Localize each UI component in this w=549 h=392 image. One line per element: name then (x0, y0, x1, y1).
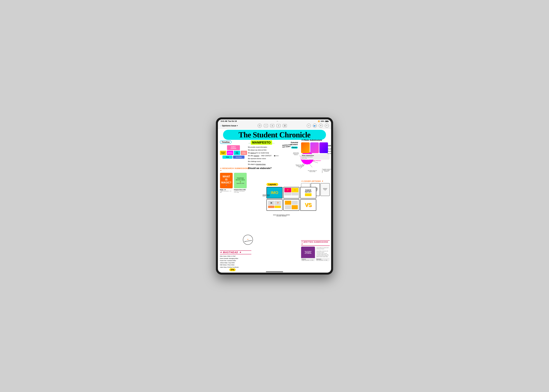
dropdown-chevron[interactable]: ▾ (237, 125, 238, 127)
track-field-label: The Weird History of Track & Field (306, 170, 318, 172)
manifesto-items: We provide crucial information We always… (248, 146, 285, 166)
potential-content-label: PotentialContent (291, 141, 298, 146)
masthead-names: Eden Sears: Editor in Chief Daren Estrad… (220, 255, 251, 268)
layout-boxes[interactable] (283, 199, 299, 211)
research-submissions: ✦ RESEARCH SUBMISSIONS ✦ WHAT IS MAGIC? … (220, 167, 251, 193)
masthead-banner: The Student Chronicle (223, 130, 326, 140)
photo-submissions-title: ✦ Photo Submissions (301, 139, 330, 141)
features-name: Features (302, 259, 314, 260)
add-art-director-sticker[interactable]: + Add Art Director (242, 234, 254, 245)
photo-card-1-title: Photo Submissions (302, 155, 329, 156)
collab-icon[interactable]: 👥2 (313, 124, 317, 128)
undo-icon[interactable]: ↩ (307, 124, 311, 128)
status-bar: 9:41 AM Tue Oct 18 ··· 📶 100% (218, 119, 331, 123)
layouts-label: Layouts (266, 183, 278, 186)
canvas-area: The Student Chronicle Timeline Gather Co… (218, 129, 331, 273)
ghost-drama-label: Ghost of the Drama Room Returns (292, 152, 300, 155)
date: Tue Oct 18 (228, 120, 237, 122)
layout-rumor-report[interactable]: RUMOR REPORT (300, 187, 316, 198)
pawpaw-doc-card[interactable]: PAWPAW MOON HIKE 🌿 September 2022 Pawpaw… (234, 173, 247, 193)
ipad-screen: 9:41 AM Tue Oct 18 ··· 📶 100% ‹ Opinions… (218, 119, 331, 273)
time: 9:41 AM (221, 120, 227, 122)
photo-card-1-size: 381.9 MB (302, 158, 329, 159)
photo-card-1-type: Keynote Presentation (302, 156, 329, 158)
theme-badge: Theme (291, 147, 298, 148)
interviews-type: PDF Document · 4.7 MB (316, 260, 329, 261)
masthead-credits-section: ✦ MASTHEAD ✦ Eden Sears: Editor in Chief… (220, 251, 251, 268)
drama-room-label: DRAMA ROOM GHOST STORY (262, 194, 270, 196)
scroll-indicator (266, 272, 283, 272)
layouts-section: Layouts IMO P ! (266, 183, 321, 211)
back-button[interactable]: ‹ (220, 125, 221, 127)
cover-photo-note: ↑ COVER PHOTO? (301, 160, 330, 161)
elaborate-label: Should we elaborate? (248, 167, 285, 169)
cover-options-title: ✦ COVER OPTIONS ✦ (301, 180, 330, 182)
magic-doc-name: Magic_V2 (220, 189, 233, 190)
share-icon[interactable]: ⬆ (319, 124, 323, 128)
photo-thumb-1[interactable] (301, 142, 310, 153)
timeline-label: Timeline (220, 140, 231, 144)
features-card[interactable]: THE STUDENT CHRONICLEFALL/WINTER Feature… (301, 247, 315, 261)
check-credits-box[interactable]: Check Credits (241, 151, 247, 155)
text-format-icon[interactable]: A (277, 124, 280, 127)
research-label: ✦ RESEARCH SUBMISSIONS ✦ (220, 167, 251, 172)
document-title[interactable]: Opinions Issue ▾ (222, 125, 238, 127)
ipad-device: 9:41 AM Tue Oct 18 ··· 📶 100% ‹ Opinions… (216, 117, 333, 275)
masthead-section-label: ✦ MASTHEAD ✦ (220, 251, 251, 254)
vending-machine-label: Bang for Your Buck: Vending Machine Theo… (295, 164, 305, 168)
photo-submissions-section: ✦ Photo Submissions Photo Submissions Ke… (301, 139, 330, 161)
toolbar: ‹ Opinions Issue ▾ Ⓐ ≡ ⊞ A 🖼 ↩ 👥2 ⬆ ✏ (218, 123, 331, 129)
battery-icon (325, 120, 328, 122)
photo-thumb-3[interactable] (320, 142, 328, 153)
review-order-box[interactable]: Review Order (220, 151, 226, 155)
vending-machine-bottom-label: BANG FOR YOUR BUCK: VENDING MACHINE THEO… (272, 214, 291, 217)
updated-masthead-box[interactable]: Updated Masthead (227, 151, 233, 155)
say-how-note: SHOULD WESAY HOW? (282, 144, 292, 148)
features-type: Pages Document · 2.5 MB (302, 260, 314, 261)
progress-badge: 57% (229, 268, 236, 271)
written-submissions-section: ✦ WRITTEN SUBMISSIONS ✦ THE STUDENT CHRO… (301, 240, 330, 261)
popularity-contest-label: Popularity Contest & White or Black Snea… (321, 169, 331, 172)
pen-tool-icon[interactable]: Ⓐ (258, 124, 262, 128)
timeline-section: Timeline Gather Content Review Order Upd… (220, 140, 247, 159)
wifi-icon: 📶 (318, 120, 320, 122)
edit-icon[interactable]: ✏ (325, 124, 329, 128)
photo-card-1[interactable]: Photo Submissions Keynote Presentation 3… (301, 154, 330, 160)
edit-copy-box[interactable]: Edit Copy (234, 151, 240, 155)
gather-content-box[interactable]: Gather Content (227, 145, 240, 150)
photo-thumb-2[interactable] (310, 142, 319, 153)
written-submissions-title: ✦ WRITTEN SUBMISSIONS ✦ (301, 240, 330, 246)
text-lines-icon[interactable]: ≡ (264, 124, 268, 127)
layout-grid[interactable]: P ! (283, 187, 299, 198)
layout-question[interactable]: ✕ ? (266, 199, 283, 211)
battery-label: 100% (320, 120, 324, 122)
cover-option-3[interactable]: OPINIONISSUE✕ (320, 183, 330, 196)
image-icon[interactable]: 🖼 (283, 124, 287, 127)
distribute-box[interactable]: Distribute (233, 155, 244, 159)
potential-content-section: PotentialContent Theme (291, 141, 298, 149)
layout-vs[interactable]: VS (300, 199, 316, 211)
print-box[interactable]: Print (222, 155, 232, 159)
layout-imo[interactable]: IMO (266, 187, 283, 198)
magic-doc-card[interactable]: WHAT IS MAGIC? 🔮 Magic_V2 Pages Document… (220, 173, 233, 193)
pawpaw-doc-type: Keynote Presentation · 170.2 MB (234, 190, 247, 193)
manifesto-section: ←≈ MANIFESTO ≈→ We provide crucial infor… (248, 140, 285, 169)
interviews-card[interactable]: Paul le Pellas: An interview with the Sc… (316, 247, 330, 261)
pawpaw-doc-name: Pawpaw Moon Hike (234, 189, 247, 190)
layers-icon[interactable]: ⊞ (270, 124, 274, 127)
interviews-name: Interviews (316, 259, 329, 260)
chronicle-title: The Student Chronicle (229, 131, 320, 139)
magic-doc-type: Pages Document · 2.5 MB (220, 190, 233, 193)
manifesto-label: MANIFESTO (251, 140, 272, 145)
